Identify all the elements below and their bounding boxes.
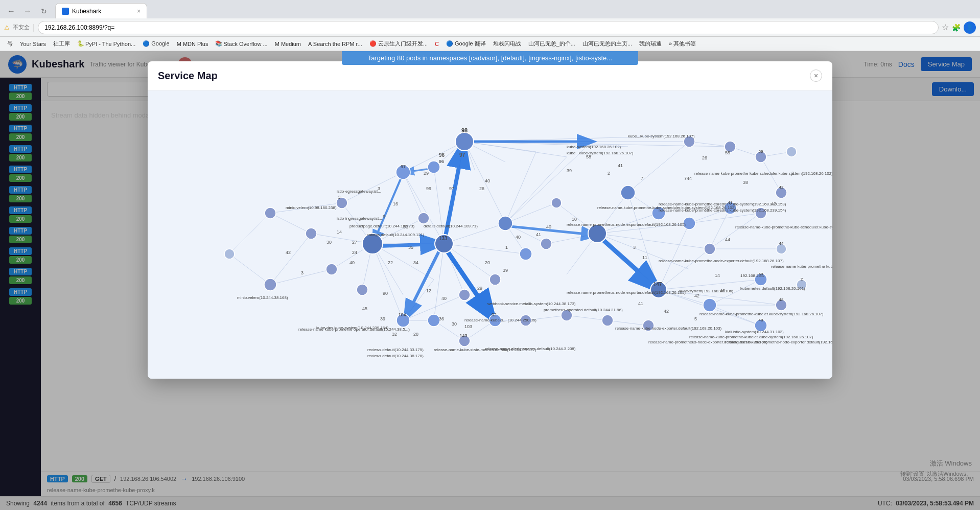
bookmark-shanhewuyang2[interactable]: 山河已无恙的主页...	[579, 39, 635, 49]
browser-refresh-btn[interactable]: ↻	[37, 4, 51, 18]
svg-text:41: 41	[638, 301, 643, 306]
security-icon: ⚠	[4, 24, 10, 31]
node-right-main	[588, 224, 606, 243]
svg-text:release-name-prometheus-node-e: release-name-prometheus-node-exporter.de…	[567, 222, 686, 227]
svg-text:release-name-kube-promethe-cor: release-name-kube-promethe-coredns.kube-…	[659, 208, 786, 213]
bookmark-stackoverflow[interactable]: 📚 Stack Overflow ...	[212, 39, 270, 48]
svg-text:41: 41	[536, 232, 541, 237]
bookmark-stars[interactable]: Your Stars	[17, 40, 49, 48]
svg-point-110	[541, 238, 552, 249]
svg-text:744: 744	[684, 176, 692, 181]
profile-icon[interactable]: 👤	[964, 21, 976, 34]
svg-text:29: 29	[477, 286, 482, 291]
svg-text:133: 133	[439, 236, 448, 241]
bookmark-pypi[interactable]: 🐍 PyPI - The Python...	[74, 39, 138, 48]
svg-text:26: 26	[702, 155, 707, 160]
svg-text:webhook-service.metallb-system: webhook-service.metallb-system(10.244.38…	[487, 302, 576, 306]
svg-text:59: 59	[759, 149, 763, 154]
svg-text:10: 10	[572, 217, 577, 222]
svg-text:90: 90	[383, 291, 388, 296]
svg-text:192.168.26.1: 192.168.26.1	[740, 273, 764, 278]
bookmark-more[interactable]: » 其他书签	[666, 39, 699, 49]
svg-point-114	[428, 314, 440, 327]
svg-text:97: 97	[449, 186, 454, 191]
svg-text:release-name-prometheus-node-e: release-name-prometheus-node-exporter.de…	[567, 290, 686, 295]
svg-text:42: 42	[779, 185, 784, 190]
bookmark-ruitong[interactable]: 我的瑞通	[636, 39, 665, 49]
bookmark-medium[interactable]: M Medium	[272, 40, 304, 48]
svg-text:36: 36	[439, 316, 444, 321]
browser-tabs-bar: ← → ↻ Kubeshark ×	[0, 0, 980, 18]
tab-title: Kubeshark	[72, 8, 134, 15]
svg-text:34: 34	[413, 260, 418, 265]
service-map-modal: Service Map ×	[148, 61, 832, 378]
modal-overlay[interactable]: Service Map ×	[0, 51, 980, 510]
svg-point-108	[224, 249, 235, 259]
svg-text:96: 96	[439, 159, 444, 164]
tab-close-btn[interactable]: ×	[137, 8, 141, 15]
active-tab[interactable]: Kubeshark ×	[55, 3, 147, 18]
svg-text:45: 45	[362, 306, 367, 311]
browser-toolbar: ⚠ 不安全 | ☆ 🧩 👤	[0, 18, 980, 37]
svg-text:98: 98	[461, 127, 468, 133]
svg-text:7: 7	[641, 176, 643, 181]
svg-text:2: 2	[791, 171, 794, 176]
browser-back-btn[interactable]: ←	[4, 4, 18, 18]
svg-text:release-name-kube-s....(10.244: release-name-kube-s....(10.244.250.36)	[464, 318, 536, 322]
svg-text:ratings.default(10.244.109.121: ratings.default(10.244.109.121)	[367, 233, 425, 237]
bookmark-crx[interactable]: C	[432, 40, 442, 48]
svg-point-104	[326, 264, 337, 275]
alert-text: Targeting 80 pods in namespaces [cadviso…	[368, 54, 612, 62]
app-area: Targeting 80 pods in namespaces [cadviso…	[0, 51, 980, 510]
svg-text:58: 58	[586, 154, 591, 159]
svg-text:16: 16	[393, 201, 398, 206]
svg-text:20: 20	[485, 260, 490, 265]
svg-text:24: 24	[352, 250, 357, 255]
bookmark-zhan[interactable]: 堆栈闪电战	[490, 39, 524, 49]
svg-text:2: 2	[608, 171, 610, 176]
svg-text:release-name-kube-promethe-kub: release-name-kube-promethe-kubelet.kube-…	[689, 335, 813, 339]
svg-text:103: 103	[464, 324, 472, 329]
node-mid-center	[498, 216, 512, 230]
svg-text:42: 42	[664, 309, 669, 314]
bookmark-go[interactable]: 号	[4, 39, 16, 49]
svg-text:29: 29	[424, 171, 429, 176]
svg-text:reviews.default(10.244.33.175): reviews.default(10.244.33.175)	[367, 347, 424, 352]
svg-text:27: 27	[352, 240, 357, 245]
node-top-center	[455, 132, 474, 151]
address-input[interactable]	[38, 21, 939, 34]
bookmark-rpm[interactable]: A Search the RPM r...	[305, 40, 365, 48]
svg-text:40: 40	[485, 178, 490, 183]
svg-text:104: 104	[398, 312, 406, 317]
svg-text:kube...kube-system(192.168.26.: kube...kube-system(192.168.26.107)	[567, 151, 634, 155]
svg-text:96: 96	[439, 152, 445, 158]
bookmark-google-translate[interactable]: 🔵 Google 翻译	[443, 39, 489, 49]
svg-text:3: 3	[378, 186, 380, 191]
star-icon[interactable]: ☆	[942, 22, 949, 32]
browser-forward-btn[interactable]: →	[20, 4, 35, 18]
svg-text:minio.velero(10.244.38.168): minio.velero(10.244.38.168)	[237, 295, 288, 300]
svg-text:40: 40	[349, 260, 355, 265]
svg-point-101	[418, 213, 429, 224]
bookmark-shanhewuyang1[interactable]: 山河已无恙_的个...	[525, 39, 578, 49]
svg-point-106	[264, 279, 276, 291]
svg-text:39: 39	[567, 168, 572, 173]
bookmark-mdn[interactable]: M MDN Plus	[174, 40, 212, 48]
svg-text:30: 30	[452, 321, 457, 327]
svg-text:147: 147	[654, 282, 662, 287]
svg-text:details.default(10.244.109.71): details.default(10.244.109.71)	[424, 224, 478, 228]
bookmark-cloud[interactable]: 🔴 云原生入门级开发...	[366, 39, 431, 49]
svg-point-128	[703, 298, 716, 312]
svg-text:97: 97	[459, 152, 465, 158]
bookmark-shegongku[interactable]: 社工库	[50, 39, 73, 49]
svg-text:kube...kube-system(192.168.26.: kube...kube-system(192.168.26.107)	[628, 134, 695, 138]
modal-close-button[interactable]: ×	[810, 69, 822, 82]
svg-text:kube-system(192.168.26.106): kube-system(192.168.26.106)	[679, 289, 734, 293]
svg-point-115	[459, 289, 470, 300]
svg-text:release-name-alertmanager-defa: release-name-alertmanager-default(10.244…	[485, 346, 576, 351]
bookmark-google[interactable]: 🔵 Google	[139, 39, 173, 48]
extension-icon[interactable]: 🧩	[952, 24, 961, 32]
svg-point-109	[520, 248, 532, 260]
svg-text:5: 5	[694, 316, 697, 321]
svg-text:39: 39	[503, 268, 508, 273]
